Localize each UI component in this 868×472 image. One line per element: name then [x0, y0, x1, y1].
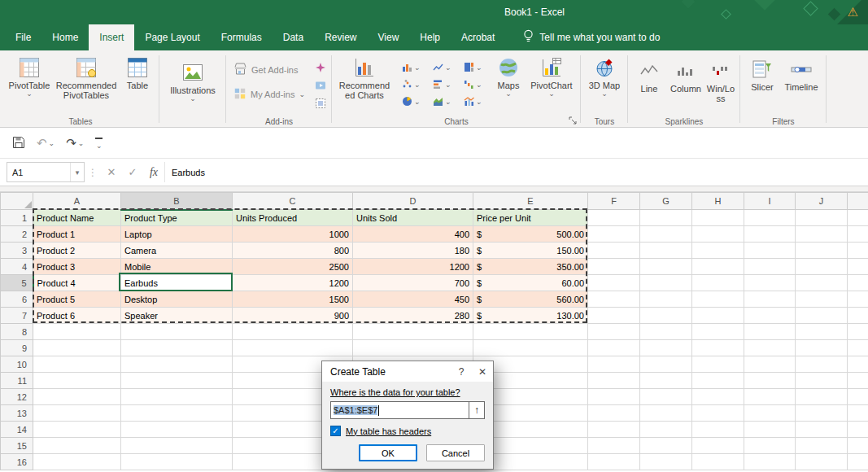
area-chart-icon[interactable]: ⌄ [427, 94, 456, 109]
headers-checkbox[interactable]: ✓ [330, 426, 341, 436]
cell-k6[interactable] [848, 291, 868, 308]
row-header-6[interactable]: 6 [1, 291, 33, 308]
cell-H12[interactable] [692, 389, 744, 405]
cell-J11[interactable] [796, 373, 848, 389]
cell-C4[interactable]: 2500 [233, 259, 353, 275]
cell-I14[interactable] [744, 422, 796, 438]
cell-G5[interactable] [640, 275, 692, 291]
column-chart-icon[interactable]: ⌄ [396, 59, 425, 75]
cell-A2[interactable]: Product 1 [33, 226, 121, 243]
column-header-c[interactable]: C [233, 193, 353, 210]
column-header-d[interactable]: D [353, 193, 473, 210]
cell-F4[interactable] [588, 259, 640, 275]
cell-F1[interactable] [588, 210, 640, 226]
cell-k3[interactable] [848, 243, 868, 259]
cell-F2[interactable] [588, 226, 640, 243]
cell-D7[interactable]: 280 [353, 308, 473, 324]
cell-G11[interactable] [640, 373, 692, 389]
cell-B14[interactable] [121, 422, 233, 438]
cell-A8[interactable] [33, 324, 121, 340]
cell-J8[interactable] [796, 324, 848, 340]
cell-k10[interactable] [848, 356, 868, 373]
cell-J1[interactable] [796, 210, 848, 226]
sparkline-winloss-button[interactable]: Win/Loss [705, 56, 736, 105]
cell-k14[interactable] [848, 422, 868, 438]
cell-k1[interactable] [848, 210, 868, 226]
cell-k12[interactable] [848, 389, 868, 405]
cell-B16[interactable] [121, 454, 233, 470]
cell-E6[interactable]: $560.00 [473, 291, 588, 308]
cell-I5[interactable] [744, 275, 796, 291]
cell-I15[interactable] [744, 438, 796, 454]
name-box[interactable]: A1 ▾ [7, 162, 85, 182]
cell-C6[interactable]: 1500 [233, 291, 353, 308]
cell-k7[interactable] [848, 308, 868, 324]
cell-F11[interactable] [588, 373, 640, 389]
cell-D6[interactable]: 450 [353, 291, 473, 308]
cell-A5[interactable]: Product 4 [33, 275, 121, 291]
cell-B7[interactable]: Speaker [121, 308, 233, 324]
tab-page-layout[interactable]: Page Layout [134, 24, 210, 50]
cell-G14[interactable] [640, 422, 692, 438]
cell-G3[interactable] [640, 243, 692, 259]
line-chart-icon[interactable]: ⌄ [427, 59, 456, 75]
pivotchart-button[interactable]: PivotChart ⌄ [526, 53, 577, 98]
cell-G12[interactable] [640, 389, 692, 405]
ok-button[interactable]: OK [359, 444, 417, 461]
cell-C5[interactable]: 1200 [233, 275, 353, 291]
cell-B3[interactable]: Camera [121, 243, 233, 259]
illustrations-button[interactable]: Illustrations ⌄ [164, 58, 222, 103]
cell-A7[interactable]: Product 6 [33, 308, 121, 324]
cell-C7[interactable]: 900 [233, 308, 353, 324]
cell-E2[interactable]: $500.00 [473, 226, 588, 243]
cell-A3[interactable]: Product 2 [33, 243, 121, 259]
cell-B4[interactable]: Mobile [121, 259, 233, 275]
sparkline-column-button[interactable]: Column [666, 56, 705, 95]
column-header-e[interactable]: E [473, 193, 588, 210]
cell-C2[interactable]: 1000 [233, 226, 353, 243]
cell-H3[interactable] [692, 243, 744, 259]
cell-J10[interactable] [796, 356, 848, 373]
cell-H7[interactable] [692, 308, 744, 324]
warning-icon[interactable]: ⚠ [848, 5, 858, 20]
cell-J4[interactable] [796, 259, 848, 275]
cell-I3[interactable] [744, 243, 796, 259]
cell-D8[interactable] [353, 324, 473, 340]
cell-k13[interactable] [848, 405, 868, 422]
cell-F15[interactable] [588, 438, 640, 454]
video-icon[interactable] [313, 79, 328, 91]
cell-H1[interactable] [692, 210, 744, 226]
cell-F9[interactable] [588, 340, 640, 356]
row-header-7[interactable]: 7 [1, 308, 33, 324]
sparkle-icon[interactable] [313, 61, 328, 73]
cell-D2[interactable]: 400 [353, 226, 473, 243]
cell-H16[interactable] [692, 454, 744, 470]
tab-acrobat[interactable]: Acrobat [451, 24, 505, 50]
cell-B8[interactable] [121, 324, 233, 340]
cell-G8[interactable] [640, 324, 692, 340]
row-header-10[interactable]: 10 [1, 356, 33, 373]
cell-G9[interactable] [640, 340, 692, 356]
cell-k4[interactable] [848, 259, 868, 275]
cell-E4[interactable]: $350.00 [473, 259, 588, 275]
cell-A1[interactable]: Product Name [33, 210, 121, 226]
cell-J9[interactable] [796, 340, 848, 356]
scatter-chart-icon[interactable]: ⌄ [396, 76, 425, 92]
row-header-9[interactable]: 9 [1, 340, 33, 356]
row-header-8[interactable]: 8 [1, 324, 33, 340]
waterfall-chart-icon[interactable]: ⌄ [458, 76, 487, 92]
cell-E8[interactable] [473, 324, 588, 340]
cell-G7[interactable] [640, 308, 692, 324]
row-header-11[interactable]: 11 [1, 373, 33, 389]
cell-A9[interactable] [33, 340, 121, 356]
cell-D4[interactable]: 1200 [353, 259, 473, 275]
cell-B10[interactable] [121, 356, 233, 373]
cancel-button[interactable]: Cancel [426, 444, 485, 461]
tab-view[interactable]: View [368, 24, 410, 50]
cell-I6[interactable] [744, 291, 796, 308]
cell-H14[interactable] [692, 422, 744, 438]
cell-F13[interactable] [588, 405, 640, 422]
cell-E3[interactable]: $150.00 [473, 243, 588, 259]
cell-I11[interactable] [744, 373, 796, 389]
dialog-title-bar[interactable]: Create Table ? ✕ [322, 361, 493, 382]
